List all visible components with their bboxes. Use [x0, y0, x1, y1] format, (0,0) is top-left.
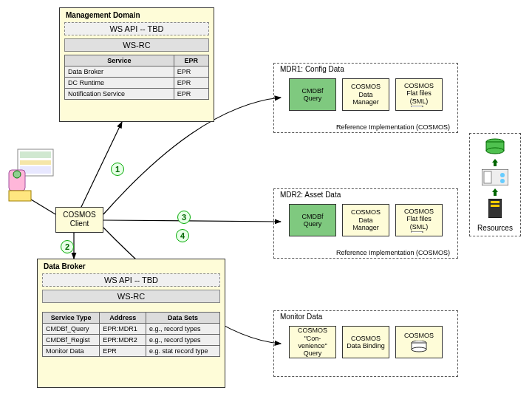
table-row: Data BrokerEPR — [65, 66, 209, 78]
svg-rect-6 — [20, 160, 51, 165]
cosmos-data-manager-box: COSMOS Data Manager — [342, 78, 389, 111]
th-epr: EPR — [174, 55, 208, 66]
double-arrow-icon — [492, 159, 498, 166]
file-stack-icon — [411, 106, 427, 107]
cosmos-flatfiles-box: COSMOS Flat files (SML) — [395, 78, 443, 111]
double-arrow-icon — [492, 188, 498, 196]
table-row: Monitor DataEPRe.g. stat record type — [43, 346, 220, 357]
svg-point-20 — [486, 148, 504, 154]
data-broker-title: Data Broker — [44, 262, 220, 270]
server-icon — [482, 169, 508, 185]
table-row: Notification ServiceEPR — [65, 89, 209, 100]
step-marker-2: 2 — [61, 240, 74, 253]
ws-api-strip: WS API -- TBD — [64, 22, 209, 35]
step-marker-1: 1 — [111, 163, 124, 176]
svg-point-17 — [412, 347, 426, 352]
svg-point-24 — [500, 179, 505, 183]
resources-container: Resources — [469, 133, 521, 236]
management-domain-title: Management Domain — [66, 11, 209, 19]
mdr1-title: MDR1: Config Data — [280, 65, 344, 73]
svg-point-9 — [13, 171, 21, 178]
th-datasets: Data Sets — [146, 313, 220, 324]
table-row: CMDBf_RegistEPR:MDR2e.g., record types — [43, 335, 220, 346]
svg-point-23 — [500, 173, 505, 177]
resources-label: Resources — [477, 224, 513, 232]
mdr2-ref-label: Reference Implementation (COSMOS) — [336, 249, 450, 256]
ws-rc-strip: WS-RC — [42, 290, 220, 303]
svg-rect-26 — [491, 201, 499, 203]
cosmos-data-binding-box: COSMOS Data Binding — [342, 326, 389, 358]
table-row: CMDBf_QueryEPR:MDR1e.g., record types — [43, 324, 220, 335]
svg-rect-27 — [491, 205, 499, 207]
mdr1-ref-label: Reference Implementation (COSMOS) — [336, 123, 450, 131]
monitor-data-container: Monitor Data COSMOS "Con-venience" Query… — [273, 310, 458, 377]
cosmos-client-line1: COSMOS — [63, 211, 95, 219]
ws-api-strip: WS API -- TBD — [42, 273, 220, 287]
svg-rect-10 — [9, 191, 31, 201]
management-services-table: Service EPR Data BrokerEPR DC RuntimeEPR… — [64, 55, 209, 100]
table-row: DC RuntimeEPR — [65, 78, 209, 89]
management-domain-panel: Management Domain WS API -- TBD WS-RC Se… — [59, 7, 214, 122]
mdr2-title: MDR2: Asset Data — [280, 191, 341, 199]
tower-icon — [488, 199, 502, 218]
svg-line-2 — [103, 220, 281, 222]
cosmos-store-box: COSMOS — [395, 326, 443, 358]
ws-rc-strip: WS-RC — [64, 38, 209, 52]
mdr2-container: MDR2: Asset Data CMDBf Query COSMOS Data… — [273, 188, 458, 259]
cosmos-flatfiles-box: COSMOS Flat files (SML) — [395, 204, 443, 236]
th-address: Address — [100, 313, 146, 324]
cylinder-icon — [411, 341, 427, 352]
step-marker-3: 3 — [177, 211, 191, 224]
cmdbf-query-box: CMDBf Query — [289, 204, 336, 236]
user-with-terminal-icon — [7, 148, 55, 203]
cosmos-convenience-query-box: COSMOS "Con-venience" Query — [289, 326, 336, 358]
cmdbf-query-box: CMDBf Query — [289, 78, 336, 111]
cosmos-client-node: COSMOS Client — [55, 207, 103, 233]
cosmos-data-manager-box: COSMOS Data Manager — [342, 204, 389, 236]
svg-rect-14 — [411, 231, 423, 233]
database-icon — [485, 138, 505, 156]
th-service-type: Service Type — [43, 313, 100, 324]
mdr1-container: MDR1: Config Data CMDBf Query COSMOS Dat… — [273, 63, 458, 133]
svg-rect-5 — [20, 151, 51, 158]
svg-rect-22 — [484, 171, 491, 183]
file-stack-icon — [411, 231, 427, 233]
svg-rect-12 — [411, 106, 423, 107]
step-marker-4: 4 — [176, 229, 189, 242]
cosmos-client-line2: Client — [70, 219, 89, 228]
data-broker-table: Service Type Address Data Sets CMDBf_Que… — [42, 312, 220, 357]
monitor-title: Monitor Data — [280, 313, 322, 321]
data-broker-panel: Data Broker WS API -- TBD WS-RC Service … — [37, 259, 225, 388]
th-service: Service — [65, 55, 174, 66]
